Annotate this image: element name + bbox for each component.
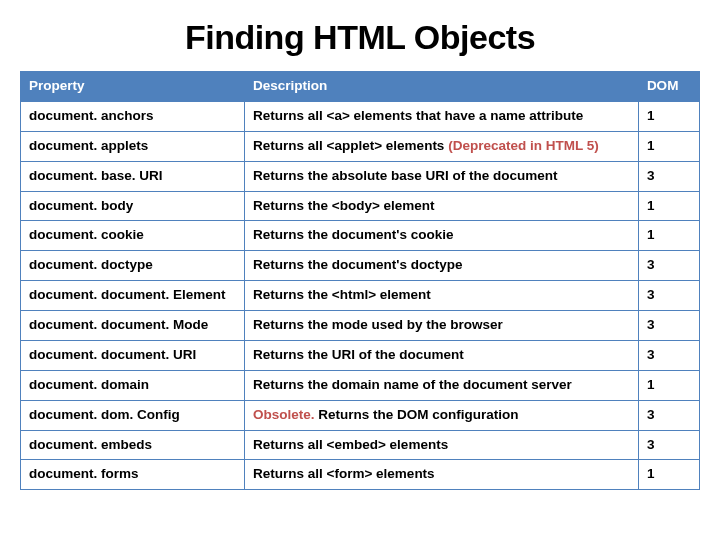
table-header-row: Property Description DOM [21,72,700,102]
cell-dom: 1 [638,191,699,221]
cell-property: document. anchors [21,101,245,131]
table-row: document. document. URIReturns the URI o… [21,340,700,370]
table-row: document. doctypeReturns the document's … [21,251,700,281]
table-row: document. cookieReturns the document's c… [21,221,700,251]
cell-description: Returns all <embed> elements [245,430,639,460]
table-row: document. domainReturns the domain name … [21,370,700,400]
cell-description: Returns the absolute base URI of the doc… [245,161,639,191]
table-row: document. bodyReturns the <body> element… [21,191,700,221]
note-text: (Deprecated in HTML 5) [448,138,599,153]
cell-dom: 3 [638,430,699,460]
table-row: document. document. ModeReturns the mode… [21,311,700,341]
cell-description: Returns the URI of the document [245,340,639,370]
col-header-dom: DOM [638,72,699,102]
cell-description: Returns the document's cookie [245,221,639,251]
cell-property: document. domain [21,370,245,400]
table-row: document. embedsReturns all <embed> elem… [21,430,700,460]
cell-property: document. base. URI [21,161,245,191]
table-row: document. anchorsReturns all <a> element… [21,101,700,131]
cell-property: document. applets [21,131,245,161]
cell-property: document. embeds [21,430,245,460]
cell-property: document. document. Element [21,281,245,311]
cell-description: Returns the domain name of the document … [245,370,639,400]
cell-description: Returns all <form> elements [245,460,639,490]
col-header-description: Description [245,72,639,102]
cell-dom: 1 [638,101,699,131]
cell-dom: 3 [638,281,699,311]
cell-property: document. document. URI [21,340,245,370]
cell-dom: 3 [638,340,699,370]
cell-property: document. forms [21,460,245,490]
table-row: document. appletsReturns all <applet> el… [21,131,700,161]
cell-dom: 1 [638,131,699,161]
cell-property: document. document. Mode [21,311,245,341]
note-text: Obsolete. [253,407,315,422]
cell-dom: 1 [638,221,699,251]
cell-description: Returns all <a> elements that have a nam… [245,101,639,131]
cell-description: Returns the document's doctype [245,251,639,281]
cell-description: Returns the <html> element [245,281,639,311]
cell-property: document. dom. Config [21,400,245,430]
cell-description: Returns the <body> element [245,191,639,221]
cell-property: document. body [21,191,245,221]
table-row: document. document. ElementReturns the <… [21,281,700,311]
table-row: document. base. URIReturns the absolute … [21,161,700,191]
cell-dom: 3 [638,400,699,430]
cell-dom: 3 [638,161,699,191]
table-row: document. dom. ConfigObsolete. Returns t… [21,400,700,430]
page-title: Finding HTML Objects [20,18,700,57]
cell-property: document. doctype [21,251,245,281]
cell-description: Returns all <applet> elements (Deprecate… [245,131,639,161]
cell-dom: 3 [638,311,699,341]
cell-dom: 3 [638,251,699,281]
properties-table: Property Description DOM document. ancho… [20,71,700,490]
table-row: document. formsReturns all <form> elemen… [21,460,700,490]
cell-description: Obsolete. Returns the DOM configuration [245,400,639,430]
cell-dom: 1 [638,370,699,400]
cell-description: Returns the mode used by the browser [245,311,639,341]
cell-property: document. cookie [21,221,245,251]
col-header-property: Property [21,72,245,102]
cell-dom: 1 [638,460,699,490]
